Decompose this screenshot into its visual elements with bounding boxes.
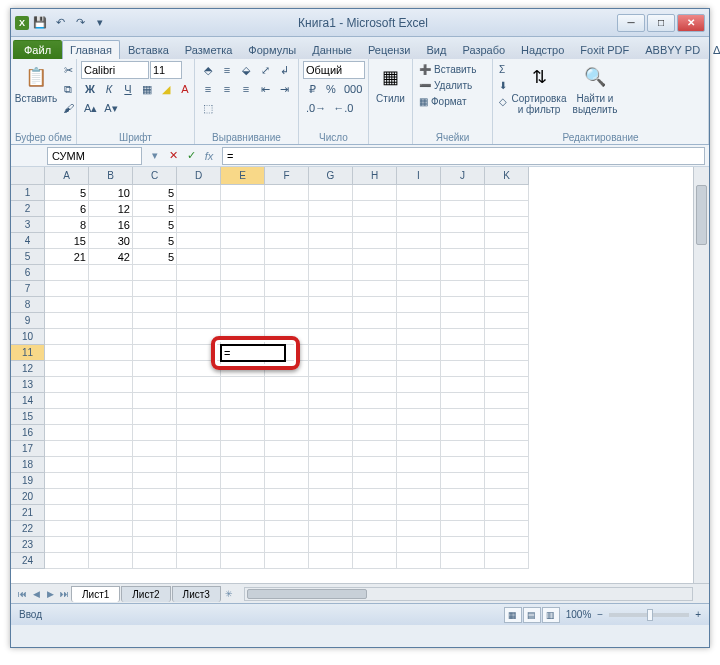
cell-I8[interactable] bbox=[397, 297, 441, 313]
cell-K19[interactable] bbox=[485, 473, 529, 489]
cell-C24[interactable] bbox=[133, 553, 177, 569]
cell-H4[interactable] bbox=[353, 233, 397, 249]
cell-K3[interactable] bbox=[485, 217, 529, 233]
cell-J18[interactable] bbox=[441, 457, 485, 473]
tab-file[interactable]: Файл bbox=[13, 40, 62, 59]
bold-button[interactable]: Ж bbox=[81, 80, 99, 98]
zoom-slider[interactable] bbox=[609, 613, 689, 617]
copy-icon[interactable]: ⧉ bbox=[59, 80, 77, 98]
font-name-select[interactable]: Calibri bbox=[81, 61, 149, 79]
cell-H3[interactable] bbox=[353, 217, 397, 233]
cell-A2[interactable]: 6 bbox=[45, 201, 89, 217]
cell-F17[interactable] bbox=[265, 441, 309, 457]
cell-K21[interactable] bbox=[485, 505, 529, 521]
cell-C8[interactable] bbox=[133, 297, 177, 313]
cell-J17[interactable] bbox=[441, 441, 485, 457]
cell-I5[interactable] bbox=[397, 249, 441, 265]
column-header-C[interactable]: C bbox=[133, 167, 177, 185]
cell-D9[interactable] bbox=[177, 313, 221, 329]
cell-I17[interactable] bbox=[397, 441, 441, 457]
cell-D4[interactable] bbox=[177, 233, 221, 249]
cell-J1[interactable] bbox=[441, 185, 485, 201]
cell-K5[interactable] bbox=[485, 249, 529, 265]
cell-I19[interactable] bbox=[397, 473, 441, 489]
cell-J5[interactable] bbox=[441, 249, 485, 265]
cell-E2[interactable] bbox=[221, 201, 265, 217]
cell-G18[interactable] bbox=[309, 457, 353, 473]
cell-I3[interactable] bbox=[397, 217, 441, 233]
cell-C6[interactable] bbox=[133, 265, 177, 281]
name-box-dropdown-icon[interactable]: ▾ bbox=[146, 147, 164, 165]
cell-H9[interactable] bbox=[353, 313, 397, 329]
tab-data[interactable]: Данные bbox=[304, 40, 360, 59]
zoom-thumb[interactable] bbox=[647, 609, 653, 621]
cell-K1[interactable] bbox=[485, 185, 529, 201]
increase-decimal-icon[interactable]: .0→ bbox=[303, 99, 329, 117]
cell-J21[interactable] bbox=[441, 505, 485, 521]
cell-I11[interactable] bbox=[397, 345, 441, 361]
column-header-J[interactable]: J bbox=[441, 167, 485, 185]
cell-G7[interactable] bbox=[309, 281, 353, 297]
cell-E1[interactable] bbox=[221, 185, 265, 201]
cell-B22[interactable] bbox=[89, 521, 133, 537]
name-box[interactable]: СУММ bbox=[47, 147, 142, 165]
cell-H20[interactable] bbox=[353, 489, 397, 505]
cell-A15[interactable] bbox=[45, 409, 89, 425]
cell-B19[interactable] bbox=[89, 473, 133, 489]
horizontal-scroll-thumb[interactable] bbox=[247, 589, 367, 599]
column-header-K[interactable]: K bbox=[485, 167, 529, 185]
normal-view-icon[interactable]: ▦ bbox=[504, 607, 522, 623]
vertical-scroll-thumb[interactable] bbox=[696, 185, 707, 245]
insert-cells-button[interactable]: ➕Вставить bbox=[417, 63, 478, 76]
cell-J8[interactable] bbox=[441, 297, 485, 313]
cell-A12[interactable] bbox=[45, 361, 89, 377]
editing-cell[interactable]: = bbox=[220, 344, 286, 362]
row-header-3[interactable]: 3 bbox=[11, 217, 45, 233]
cell-A9[interactable] bbox=[45, 313, 89, 329]
number-format-select[interactable]: Общий bbox=[303, 61, 365, 79]
cell-J12[interactable] bbox=[441, 361, 485, 377]
cell-F24[interactable] bbox=[265, 553, 309, 569]
cell-H5[interactable] bbox=[353, 249, 397, 265]
autosum-button[interactable]: Σ bbox=[497, 63, 509, 76]
tab-addins[interactable]: Надстро bbox=[513, 40, 572, 59]
cell-H6[interactable] bbox=[353, 265, 397, 281]
cell-G20[interactable] bbox=[309, 489, 353, 505]
align-top-icon[interactable]: ⬘ bbox=[199, 61, 217, 79]
cell-H18[interactable] bbox=[353, 457, 397, 473]
orientation-icon[interactable]: ⤢ bbox=[256, 61, 274, 79]
row-header-13[interactable]: 13 bbox=[11, 377, 45, 393]
cell-A1[interactable]: 5 bbox=[45, 185, 89, 201]
cell-J4[interactable] bbox=[441, 233, 485, 249]
cell-E4[interactable] bbox=[221, 233, 265, 249]
format-cells-button[interactable]: ▦Формат bbox=[417, 95, 478, 108]
cell-B20[interactable] bbox=[89, 489, 133, 505]
cell-K18[interactable] bbox=[485, 457, 529, 473]
cell-G3[interactable] bbox=[309, 217, 353, 233]
maximize-button[interactable]: □ bbox=[647, 14, 675, 32]
cell-E22[interactable] bbox=[221, 521, 265, 537]
cell-K9[interactable] bbox=[485, 313, 529, 329]
row-header-11[interactable]: 11 bbox=[11, 345, 45, 361]
cell-B18[interactable] bbox=[89, 457, 133, 473]
undo-icon[interactable]: ↶ bbox=[51, 14, 69, 32]
cell-K17[interactable] bbox=[485, 441, 529, 457]
cell-H21[interactable] bbox=[353, 505, 397, 521]
cell-K16[interactable] bbox=[485, 425, 529, 441]
cell-G9[interactable] bbox=[309, 313, 353, 329]
column-header-G[interactable]: G bbox=[309, 167, 353, 185]
cell-D17[interactable] bbox=[177, 441, 221, 457]
cell-G5[interactable] bbox=[309, 249, 353, 265]
zoom-in-icon[interactable]: + bbox=[695, 609, 701, 620]
cell-J10[interactable] bbox=[441, 329, 485, 345]
cell-F14[interactable] bbox=[265, 393, 309, 409]
cell-A19[interactable] bbox=[45, 473, 89, 489]
cell-K6[interactable] bbox=[485, 265, 529, 281]
row-header-20[interactable]: 20 bbox=[11, 489, 45, 505]
cell-D3[interactable] bbox=[177, 217, 221, 233]
cell-G14[interactable] bbox=[309, 393, 353, 409]
align-left-icon[interactable]: ≡ bbox=[199, 80, 217, 98]
cell-I12[interactable] bbox=[397, 361, 441, 377]
column-header-I[interactable]: I bbox=[397, 167, 441, 185]
cell-A14[interactable] bbox=[45, 393, 89, 409]
